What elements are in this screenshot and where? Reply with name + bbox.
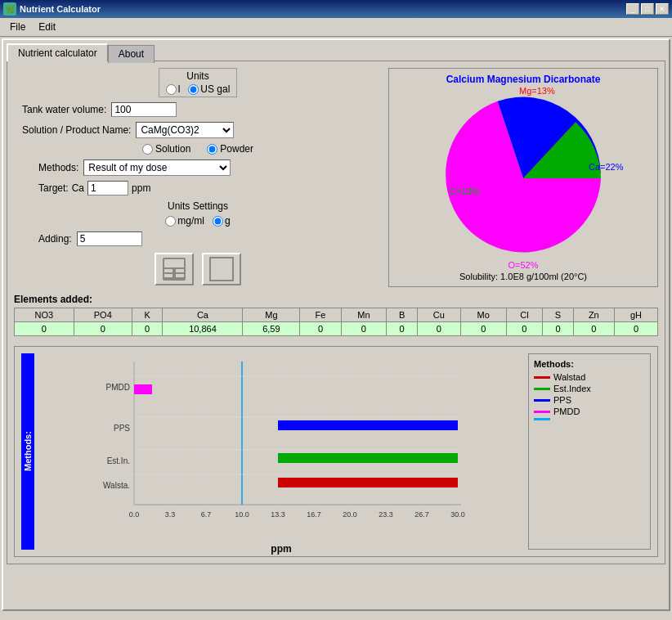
header-k: K <box>132 308 163 322</box>
units-l-label[interactable]: l <box>166 83 181 95</box>
legend-walstad-label: Walstad <box>553 372 585 382</box>
minimize-button[interactable]: _ <box>626 3 639 15</box>
main-window: Nutrient calculator About Units l <box>2 38 670 611</box>
header-ca: Ca <box>163 308 243 322</box>
legend-pps: PPS <box>534 395 645 405</box>
cell-mo: 0 <box>460 322 506 336</box>
svg-text:13.3: 13.3 <box>271 510 285 519</box>
pie-container: Ca=22% Mg=13% C=13% O=52% <box>394 88 652 268</box>
powder-radio[interactable] <box>207 144 217 155</box>
header-mn: Mn <box>341 308 387 322</box>
target-input[interactable] <box>87 181 128 195</box>
svg-rect-2 <box>164 269 172 272</box>
cell-cl: 0 <box>506 322 543 336</box>
bar-chart-svg: PMDD PPS Est.In. Walsta. <box>41 353 522 541</box>
solution-select[interactable]: CaMg(CO3)2 KNO3 K2SO4 KH2PO4 <box>136 122 234 138</box>
header-cu: Cu <box>417 308 460 322</box>
svg-text:O=52%: O=52% <box>508 260 539 270</box>
svg-text:6.7: 6.7 <box>201 510 212 519</box>
tank-row: Tank water volume: <box>22 102 382 117</box>
adding-input[interactable] <box>77 231 142 246</box>
table-header-row: NO3 PO4 K Ca Mg Fe Mn B Cu Mo Cl S Zn gH <box>15 308 658 322</box>
svg-text:PMDD: PMDD <box>106 383 130 392</box>
target-label: Target: <box>38 182 69 194</box>
calculate-button[interactable] <box>155 253 194 285</box>
tab-nutrient-calculator[interactable]: Nutrient calculator <box>7 43 108 61</box>
methods-select[interactable]: Result of my dose Walstad PPS Est.Index … <box>83 159 231 176</box>
tank-input[interactable] <box>111 102 177 117</box>
header-mo: Mo <box>460 308 506 322</box>
edit-menu[interactable]: Edit <box>32 20 62 34</box>
header-no3: NO3 <box>15 308 74 322</box>
left-panel: Units l US gal <box>14 68 382 287</box>
table-row: 0 0 0 10,864 6,59 0 0 0 0 0 0 0 0 0 <box>15 322 658 336</box>
header-zn: Zn <box>573 308 614 322</box>
maximize-button[interactable]: □ <box>641 3 654 15</box>
title-bar: 🌿 Nutrient Calculator _ □ ✕ <box>0 0 672 18</box>
adding-row: Adding: <box>38 231 382 246</box>
legend-pmdd-label: PMDD <box>553 407 580 416</box>
clear-button[interactable] <box>202 253 241 285</box>
cell-no3: 0 <box>15 322 74 336</box>
units-gal-label[interactable]: US gal <box>188 83 230 95</box>
svg-text:16.7: 16.7 <box>307 510 321 519</box>
chart-section: Methods: <box>14 346 658 557</box>
estindex-color <box>534 388 550 390</box>
x-axis-label: ppm <box>41 543 522 555</box>
menu-bar: File Edit <box>0 18 672 37</box>
svg-rect-4 <box>164 274 172 277</box>
header-b: B <box>387 308 418 322</box>
units-gal-radio[interactable] <box>188 84 199 95</box>
svg-text:C=13%: C=13% <box>450 186 480 196</box>
units-l-radio[interactable] <box>166 84 177 95</box>
legend-walstad: Walstad <box>534 372 645 382</box>
pps-color <box>534 399 550 402</box>
svg-text:30.0: 30.0 <box>450 510 465 519</box>
powder-radio-label[interactable]: Powder <box>207 143 253 155</box>
pie-chart-svg: Ca=22% Mg=13% C=13% O=52% <box>401 76 646 281</box>
walstad-color <box>534 376 550 379</box>
methods-vertical-label: Methods: <box>21 353 34 550</box>
svg-text:23.3: 23.3 <box>379 510 393 519</box>
units-mgml-label[interactable]: mg/ml <box>165 215 204 227</box>
powder-row: Solution Powder <box>14 143 382 155</box>
extra-color <box>534 418 550 420</box>
svg-text:Ca=22%: Ca=22% <box>589 162 624 172</box>
close-button[interactable]: ✕ <box>656 3 669 15</box>
svg-text:PPS: PPS <box>114 424 130 433</box>
header-mg: Mg <box>243 308 300 322</box>
tank-label: Tank water volume: <box>22 104 106 115</box>
adding-label: Adding: <box>38 233 72 245</box>
cell-mg: 6,59 <box>243 322 300 336</box>
cell-s: 0 <box>543 322 574 336</box>
header-s: S <box>543 308 574 322</box>
chart-area: Methods: <box>21 353 651 550</box>
units-g-radio[interactable] <box>213 216 223 227</box>
units-mgml-radio[interactable] <box>165 216 176 227</box>
solution-radio[interactable] <box>142 144 153 155</box>
target-unit: ppm <box>132 182 150 194</box>
units-g-label[interactable]: g <box>213 215 231 227</box>
svg-rect-6 <box>210 258 233 281</box>
header-fe: Fe <box>300 308 341 322</box>
svg-text:20.0: 20.0 <box>343 510 357 519</box>
chart-legend: Methods: Walstad Est.Index PPS <box>528 353 651 550</box>
legend-extra <box>534 418 645 420</box>
tab-content: Units l US gal <box>7 61 665 564</box>
cell-zn: 0 <box>573 322 614 336</box>
elements-label: Elements added: <box>14 294 658 305</box>
buttons-row <box>14 253 382 285</box>
file-menu[interactable]: File <box>3 20 32 34</box>
units-label: Units <box>186 70 208 82</box>
header-gh: gH <box>614 308 657 322</box>
pie-chart-panel: Calcium Magnesium Dicarbonate <box>388 68 658 287</box>
solution-label: Solution / Product Name: <box>22 124 131 136</box>
tab-about[interactable]: About <box>108 45 155 63</box>
elements-table: NO3 PO4 K Ca Mg Fe Mn B Cu Mo Cl S Zn gH <box>14 308 658 336</box>
svg-text:10.0: 10.0 <box>235 510 249 519</box>
svg-rect-32 <box>134 384 152 394</box>
top-section: Units l US gal <box>14 68 658 287</box>
cell-po4: 0 <box>74 322 132 336</box>
cell-fe: 0 <box>300 322 341 336</box>
solution-radio-label[interactable]: Solution <box>142 143 190 155</box>
